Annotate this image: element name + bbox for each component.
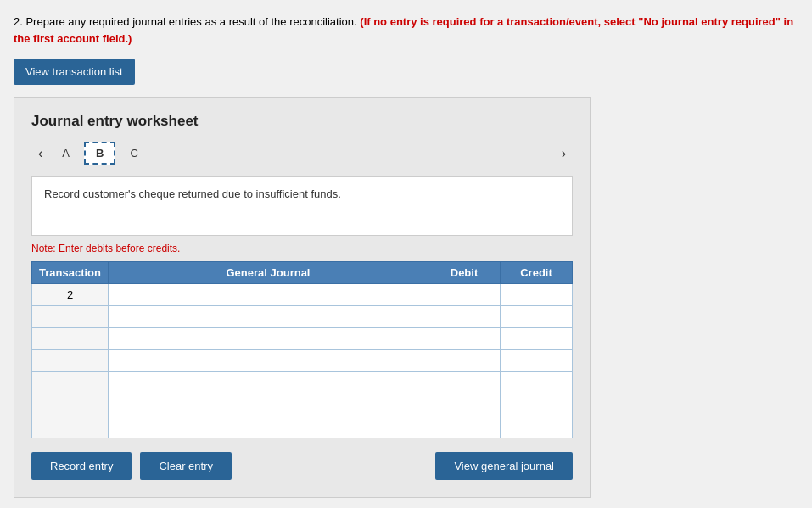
tab-a[interactable]: A xyxy=(51,142,81,164)
tab-next-arrow[interactable]: › xyxy=(555,144,573,163)
tab-c[interactable]: C xyxy=(119,142,148,164)
transaction-cell xyxy=(32,328,109,350)
journal-cell[interactable] xyxy=(109,416,428,438)
worksheet-title: Journal entry worksheet xyxy=(31,113,573,130)
credit-cell[interactable] xyxy=(501,394,573,416)
col-credit: Credit xyxy=(501,262,573,284)
note-text: Note: Enter debits before credits. xyxy=(31,243,573,254)
debit-input[interactable] xyxy=(434,332,495,345)
instruction-main: 2. Prepare any required journal entries … xyxy=(14,15,357,28)
debit-cell[interactable] xyxy=(428,394,501,416)
transaction-cell xyxy=(32,306,109,328)
debit-input[interactable] xyxy=(434,399,495,411)
table-row xyxy=(32,372,573,394)
journal-input[interactable] xyxy=(114,288,423,301)
worksheet-container: Journal entry worksheet ‹ A B C › Record… xyxy=(14,97,591,498)
col-transaction: Transaction xyxy=(32,262,109,284)
credit-input[interactable] xyxy=(506,354,567,367)
transaction-cell xyxy=(32,416,109,438)
journal-input[interactable] xyxy=(114,310,423,323)
debit-input[interactable] xyxy=(434,288,495,301)
credit-cell[interactable] xyxy=(501,350,573,372)
record-entry-button[interactable]: Record entry xyxy=(31,452,132,480)
col-general-journal: General Journal xyxy=(109,262,428,284)
journal-input[interactable] xyxy=(114,354,423,367)
tab-prev-arrow[interactable]: ‹ xyxy=(31,144,49,163)
credit-input[interactable] xyxy=(506,421,567,433)
credit-cell[interactable] xyxy=(501,328,573,350)
button-row: Record entry Clear entry View general jo… xyxy=(31,452,573,480)
transaction-cell xyxy=(32,394,109,416)
journal-input[interactable] xyxy=(114,377,423,389)
instruction-area: 2. Prepare any required journal entries … xyxy=(14,14,798,47)
table-row xyxy=(32,328,573,350)
journal-cell[interactable] xyxy=(109,372,428,394)
debit-input[interactable] xyxy=(434,421,495,433)
credit-cell[interactable] xyxy=(501,416,573,438)
table-row: 2 xyxy=(32,284,573,306)
journal-cell[interactable] xyxy=(109,328,428,350)
debit-cell[interactable] xyxy=(428,350,501,372)
journal-input[interactable] xyxy=(114,332,423,345)
description-box: Record customer's cheque returned due to… xyxy=(31,176,573,236)
table-row xyxy=(32,416,573,438)
debit-input[interactable] xyxy=(434,377,495,389)
credit-input[interactable] xyxy=(506,399,567,411)
col-debit: Debit xyxy=(428,262,501,284)
debit-cell[interactable] xyxy=(428,328,501,350)
credit-input[interactable] xyxy=(506,310,567,323)
journal-cell[interactable] xyxy=(109,306,428,328)
journal-cell[interactable] xyxy=(109,284,428,306)
credit-cell[interactable] xyxy=(501,306,573,328)
debit-cell[interactable] xyxy=(428,416,501,438)
debit-input[interactable] xyxy=(434,310,495,323)
transaction-cell: 2 xyxy=(32,284,109,306)
credit-input[interactable] xyxy=(506,332,567,345)
view-general-journal-button[interactable]: View general journal xyxy=(435,452,573,480)
description-text: Record customer's cheque returned due to… xyxy=(44,187,341,200)
table-row xyxy=(32,306,573,328)
clear-entry-button[interactable]: Clear entry xyxy=(140,452,232,480)
journal-input[interactable] xyxy=(114,399,423,411)
debit-input[interactable] xyxy=(434,354,495,367)
view-transaction-list-button[interactable]: View transaction list xyxy=(14,59,135,85)
table-header-row: Transaction General Journal Debit Credit xyxy=(32,262,573,284)
journal-cell[interactable] xyxy=(109,394,428,416)
debit-cell[interactable] xyxy=(428,284,501,306)
debit-cell[interactable] xyxy=(428,306,501,328)
transaction-cell xyxy=(32,372,109,394)
table-row xyxy=(32,394,573,416)
tab-b[interactable]: B xyxy=(84,142,115,165)
journal-cell[interactable] xyxy=(109,350,428,372)
tab-navigation: ‹ A B C › xyxy=(31,142,573,165)
table-row xyxy=(32,350,573,372)
credit-input[interactable] xyxy=(506,288,567,301)
credit-cell[interactable] xyxy=(501,372,573,394)
instruction-text: 2. Prepare any required journal entries … xyxy=(14,14,798,47)
journal-input[interactable] xyxy=(114,421,423,433)
debit-cell[interactable] xyxy=(428,372,501,394)
journal-table: Transaction General Journal Debit Credit… xyxy=(31,261,573,438)
credit-input[interactable] xyxy=(506,377,567,389)
credit-cell[interactable] xyxy=(501,284,573,306)
transaction-cell xyxy=(32,350,109,372)
